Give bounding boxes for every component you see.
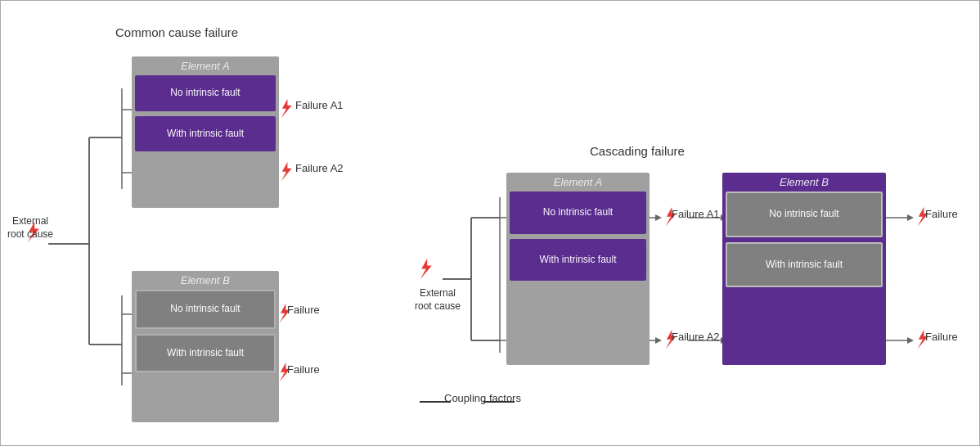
element-a2-box: Element A No intrinsic fault With intrin…	[506, 173, 650, 365]
failure-a2-label: Failure A2	[295, 162, 344, 174]
element-b2-label: Element B	[726, 176, 883, 188]
with-intrinsic-fault-a2: With intrinsic fault	[510, 239, 646, 282]
external-root-cause-label: External root cause	[6, 215, 55, 241]
element-a-label: Element A	[135, 60, 276, 72]
diagram-container: Common cause failure External root cause…	[0, 0, 980, 446]
element-b-label: Element B	[135, 274, 276, 286]
no-intrinsic-fault-b: No intrinsic fault	[135, 290, 276, 329]
svg-marker-28	[655, 337, 662, 344]
ccf-title: Common cause failure	[115, 25, 238, 40]
coupling-factors-label: Coupling factors	[444, 392, 521, 404]
failure-c1-label: Failure	[925, 208, 958, 220]
no-intrinsic-fault-b2: No intrinsic fault	[726, 191, 883, 237]
element-b2-box: Element B No intrinsic fault With intrin…	[722, 173, 886, 365]
svg-marker-34	[907, 214, 914, 221]
failure-a1-label: Failure A1	[295, 99, 344, 111]
with-intrinsic-fault-b: With intrinsic fault	[135, 334, 276, 373]
cascading-title: Cascading failure	[590, 144, 685, 159]
failure-a2-right-label: Failure A2	[672, 331, 720, 343]
failure-b1-label: Failure	[287, 304, 320, 316]
no-intrinsic-fault-a: No intrinsic fault	[135, 75, 276, 111]
external-root-cause-label2: External root cause	[410, 287, 465, 313]
element-a-box: Element A No intrinsic fault With intrin…	[132, 56, 279, 208]
failure-b2-label: Failure	[287, 363, 320, 376]
element-a2-label: Element A	[510, 176, 646, 188]
failure-a1-right-label: Failure A1	[672, 208, 720, 220]
failure-c2-label: Failure	[925, 331, 958, 343]
svg-marker-36	[907, 337, 914, 344]
with-intrinsic-fault-b2: With intrinsic fault	[726, 242, 883, 288]
svg-marker-26	[655, 214, 662, 221]
element-b-box: Element B No intrinsic fault With intrin…	[132, 271, 279, 422]
no-intrinsic-fault-a2: No intrinsic fault	[510, 191, 646, 234]
with-intrinsic-fault-a: With intrinsic fault	[135, 116, 276, 152]
